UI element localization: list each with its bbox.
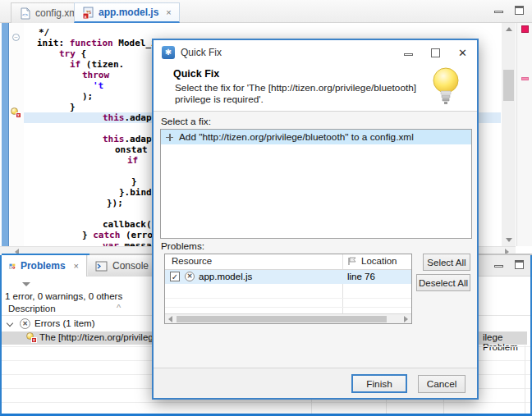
dialog-heading: Quick Fix [173, 68, 219, 80]
tab-close-icon[interactable]: × [74, 261, 79, 271]
row-divider [2, 402, 530, 403]
tab-console[interactable]: Console [88, 255, 157, 277]
location-column-label: Location [361, 256, 397, 266]
errors-group-label: Errors (1 item) [34, 318, 94, 328]
code-line: } [131, 176, 137, 187]
tab-app-model-js-label: app.model.js [99, 7, 158, 18]
code-line: }); [107, 198, 123, 208]
tab-problems[interactable]: x Problems × [2, 255, 87, 277]
deselect-all-button[interactable]: Deselect All [416, 274, 470, 291]
overview-ruler [516, 23, 532, 246]
quick-fix-dialog: ✱ Quick Fix ✕ Quick Fix Select the fix f… [152, 39, 479, 400]
scrollbar-thumb[interactable] [177, 316, 387, 322]
checkbox-checked[interactable]: ✓ [170, 272, 180, 281]
problem-resource: app.model.js [199, 272, 252, 281]
problems-table-header: Resource Location [165, 254, 411, 270]
fix-list-item-selected[interactable]: Add "http://tizen.org/privilege/bluetoot… [161, 130, 471, 144]
fix-item-label: Add "http://tizen.org/privilege/bluetoot… [179, 131, 414, 143]
error-type-text: ilege Problem [483, 332, 527, 352]
maximize-icon[interactable] [515, 6, 524, 15]
column-divider [525, 345, 525, 414]
editor-vertical-scrollbar[interactable] [502, 23, 516, 246]
editor-tabbar: <> config.xml JSx app.model.js × [0, 0, 532, 23]
lightbulb-icon [428, 66, 464, 110]
add-plus-icon [166, 134, 173, 141]
svg-text:<>: <> [22, 12, 29, 17]
location-flag-icon [347, 257, 357, 266]
problems-table[interactable]: Resource Location ✓ ✕ app.model.js line … [164, 254, 412, 324]
problem-location: line 76 [347, 272, 375, 281]
maximize-icon[interactable] [431, 48, 440, 57]
quickfix-error-icon[interactable]: x [11, 107, 21, 118]
tab-app-model-js[interactable]: JSx app.model.js × [74, 2, 180, 23]
sort-indicator-icon: ^ [117, 303, 121, 313]
error-category-icon: ✕ [20, 318, 30, 329]
panel-window-controls [494, 260, 524, 269]
code-line: ); [82, 91, 93, 102]
dialog-titlebar[interactable]: ✱ Quick Fix ✕ [154, 40, 477, 64]
tab-problems-label: Problems [21, 260, 66, 272]
minimize-icon[interactable] [404, 53, 413, 56]
code-line: try { [59, 48, 86, 59]
cancel-button[interactable]: Cancel [418, 375, 466, 393]
dialog-description: Select the fix for 'The [http://tizen.or… [175, 82, 421, 105]
select-all-button[interactable]: Select All [423, 254, 470, 271]
code-line: onstat [115, 144, 148, 155]
tab-config-xml-label: config.xml [35, 7, 80, 19]
code-line: this.adapt [103, 112, 157, 123]
quick-fix-icon: ✱ [162, 46, 175, 59]
console-icon [95, 260, 108, 272]
scrollbar-thumb[interactable] [503, 70, 514, 101]
code-line: this.adapt [103, 134, 157, 144]
code-line: } [70, 102, 76, 112]
js-file-error-icon: JSx [82, 7, 94, 19]
problem-row-selected[interactable]: ✓ ✕ app.model.js line 76 [165, 270, 411, 284]
scroll-right-icon[interactable] [404, 316, 408, 322]
problems-summary: 1 error, 0 warnings, 0 others [5, 291, 122, 301]
selection-buttons: Select All Deselect All [416, 254, 474, 291]
error-icon: ✕ [185, 272, 195, 281]
close-icon[interactable]: ✕ [458, 47, 467, 59]
minimize-icon[interactable] [494, 11, 503, 13]
code-line: 't [93, 80, 103, 91]
code-line: */ [39, 27, 49, 38]
overview-error-marker[interactable] [521, 25, 529, 33]
dialog-body: Select a fix: Add "http://tizen.org/priv… [154, 112, 477, 369]
tab-close-icon[interactable]: × [166, 7, 171, 17]
minimize-icon[interactable] [494, 265, 503, 267]
dialog-header: Quick Fix Select the fix for 'The [http:… [154, 64, 477, 112]
dialog-title: Quick Fix [181, 47, 222, 58]
xml-file-icon: <> [19, 7, 31, 20]
annotation-ruler: − x [10, 23, 24, 246]
location-column-header[interactable]: Location [347, 256, 397, 266]
code-line: } catch (error [82, 230, 158, 240]
finish-button[interactable]: Finish [351, 374, 407, 393]
description-column-label: Description [8, 304, 56, 313]
overview-annotation-marker[interactable] [521, 77, 529, 80]
table-horizontal-scrollbar[interactable] [165, 313, 411, 323]
code-line: }.bind [119, 187, 152, 198]
select-fix-label: Select a fix: [161, 116, 211, 127]
code-line: if (tizen. [70, 59, 124, 70]
tab-console-label: Console [112, 260, 149, 272]
quickfix-error-icon: x [26, 332, 37, 343]
code-line: if [127, 155, 138, 166]
dialog-window-controls: ✕ [404, 47, 467, 59]
scroll-up-icon[interactable] [506, 27, 512, 31]
problems-view-icon: x [9, 260, 16, 272]
scroll-left-icon[interactable] [168, 316, 172, 322]
chevron-down-icon[interactable] [7, 320, 13, 327]
code-line: callback() [103, 219, 157, 230]
view-menu-icon[interactable] [22, 282, 30, 286]
resource-column-header[interactable]: Resource [172, 256, 212, 266]
code-line: throw [82, 70, 109, 80]
dialog-footer: Finish Cancel [154, 368, 477, 398]
fold-collapse-icon[interactable]: − [12, 34, 20, 41]
scroll-down-icon[interactable] [506, 238, 512, 242]
editor-window-controls [494, 6, 524, 15]
maximize-icon[interactable] [515, 260, 524, 269]
fix-list[interactable]: Add "http://tizen.org/privilege/bluetoot… [160, 129, 472, 239]
ide-window: <> config.xml JSx app.model.js × − x [0, 0, 532, 416]
problems-label: Problems: [161, 240, 204, 252]
row-divider [165, 298, 411, 299]
